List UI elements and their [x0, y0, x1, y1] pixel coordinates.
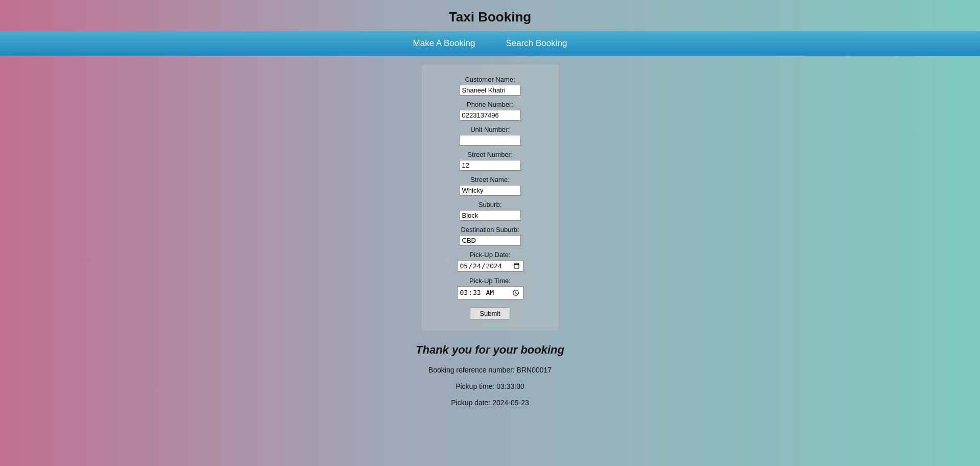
pickup-date-group: Pick-Up Date:: [437, 251, 543, 272]
destination-suburb-input[interactable]: [460, 235, 521, 246]
unit-number-group: Unit Number:: [437, 126, 543, 146]
submit-row: Submit: [437, 308, 543, 319]
pickup-date-label: Pick-Up Date:: [469, 251, 510, 259]
suburb-label: Suburb:: [479, 201, 502, 208]
pickup-time-confirm: Pickup time: 03:33:00: [388, 382, 592, 390]
street-name-label: Street Name:: [470, 176, 510, 183]
pickup-time-label: Pick-Up Time:: [469, 277, 511, 285]
main-content: Customer Name: Phone Number: Unit Number…: [0, 56, 980, 415]
pickup-date-confirm: Pickup date: 2024-05-23: [388, 399, 592, 407]
customer-name-label: Customer Name:: [465, 76, 515, 83]
street-number-label: Street Number:: [467, 151, 512, 158]
customer-name-input[interactable]: [460, 85, 521, 96]
pickup-date-input[interactable]: [457, 260, 523, 272]
customer-name-group: Customer Name:: [437, 76, 543, 96]
phone-number-input[interactable]: [460, 110, 521, 121]
street-number-group: Street Number:: [437, 151, 543, 171]
nav-bar: Make A Booking Search Booking: [0, 31, 980, 56]
confirmation-area: Thank you for your booking Booking refer…: [388, 343, 592, 415]
phone-number-label: Phone Number:: [467, 101, 513, 108]
booking-form: Customer Name: Phone Number: Unit Number…: [421, 64, 559, 331]
nav-make-booking[interactable]: Make A Booking: [413, 38, 475, 49]
booking-ref: Booking reference number: BRN00017: [388, 366, 592, 374]
unit-number-label: Unit Number:: [470, 126, 510, 133]
street-name-input[interactable]: [460, 185, 521, 196]
destination-suburb-group: Destination Suburb:: [437, 226, 543, 246]
pickup-time-input[interactable]: [457, 286, 523, 299]
destination-suburb-label: Destination Suburb:: [461, 226, 519, 234]
pickup-time-group: Pick-Up Time:: [437, 277, 543, 299]
thank-you-text: Thank you for your booking: [388, 343, 592, 357]
suburb-group: Suburb:: [437, 201, 543, 221]
phone-number-group: Phone Number:: [437, 101, 543, 121]
suburb-input[interactable]: [460, 210, 521, 221]
nav-search-booking[interactable]: Search Booking: [506, 38, 567, 49]
page-title: Taxi Booking: [0, 0, 980, 31]
unit-number-input[interactable]: [460, 135, 521, 146]
street-name-group: Street Name:: [437, 176, 543, 196]
submit-button[interactable]: Submit: [470, 308, 510, 319]
street-number-input[interactable]: [460, 160, 521, 171]
